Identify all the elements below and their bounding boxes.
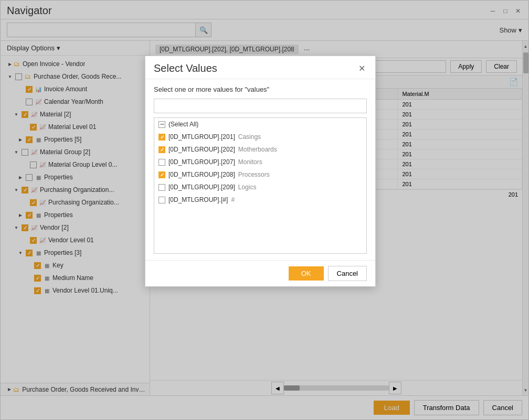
- select-values-modal: Select Values ✕ Select one or more value…: [145, 56, 376, 287]
- modal-title: Select Values: [154, 62, 217, 74]
- modal-item-value: Logics: [238, 184, 257, 191]
- modal-header: Select Values ✕: [145, 56, 375, 79]
- main-window: Navigator ─ □ ✕ 🔍 Show ▾ Display Options…: [0, 0, 529, 420]
- modal-item-value: Motherboards: [238, 146, 277, 153]
- modal-body: Select one or more values for "values" (…: [145, 79, 375, 260]
- modal-ok-button[interactable]: OK: [289, 266, 324, 281]
- modal-item-checkbox[interactable]: ✓: [158, 146, 165, 153]
- modal-list-item[interactable]: [0D_MTLGROUP].[207]Monitors: [154, 156, 366, 168]
- modal-item-value: Casings: [238, 133, 261, 141]
- modal-item-value: Processors: [238, 171, 270, 178]
- modal-close-button[interactable]: ✕: [356, 63, 367, 74]
- modal-item-checkbox[interactable]: [158, 184, 165, 191]
- modal-item-value: #: [231, 196, 235, 203]
- modal-item-key: [0D_MTLGROUP].[207]: [168, 158, 235, 166]
- modal-list-item[interactable]: (Select All): [154, 118, 366, 131]
- modal-footer: OK Cancel: [145, 260, 375, 286]
- modal-list[interactable]: (Select All)✓[0D_MTLGROUP].[201]Casings✓…: [154, 117, 367, 254]
- modal-item-checkbox[interactable]: ✓: [158, 171, 165, 178]
- modal-item-key: [0D_MTLGROUP].[#]: [168, 196, 228, 203]
- modal-overlay: Select Values ✕ Select one or more value…: [1, 1, 528, 419]
- modal-list-item[interactable]: [0D_MTLGROUP].[#]#: [154, 193, 366, 206]
- modal-list-item[interactable]: [0D_MTLGROUP].[209]Logics: [154, 181, 366, 193]
- modal-item-checkbox[interactable]: [158, 197, 165, 203]
- modal-item-value: Monitors: [238, 158, 262, 166]
- modal-cancel-button[interactable]: Cancel: [328, 266, 367, 281]
- modal-list-item[interactable]: ✓[0D_MTLGROUP].[202]Motherboards: [154, 143, 366, 156]
- modal-list-item[interactable]: ✓[0D_MTLGROUP].[201]Casings: [154, 131, 366, 143]
- modal-item-key: (Select All): [168, 121, 198, 128]
- modal-item-key: [0D_MTLGROUP].[209]: [168, 184, 235, 191]
- modal-item-checkbox[interactable]: [158, 121, 165, 128]
- modal-item-key: [0D_MTLGROUP].[201]: [168, 133, 235, 141]
- modal-subtitle: Select one or more values for "values": [154, 85, 367, 93]
- modal-list-item[interactable]: ✓[0D_MTLGROUP].[208]Processors: [154, 168, 366, 181]
- modal-item-checkbox[interactable]: [158, 159, 165, 166]
- modal-search-input[interactable]: [154, 99, 367, 113]
- modal-item-checkbox[interactable]: ✓: [158, 134, 165, 141]
- modal-item-key: [0D_MTLGROUP].[208]: [168, 171, 235, 178]
- modal-item-key: [0D_MTLGROUP].[202]: [168, 146, 235, 153]
